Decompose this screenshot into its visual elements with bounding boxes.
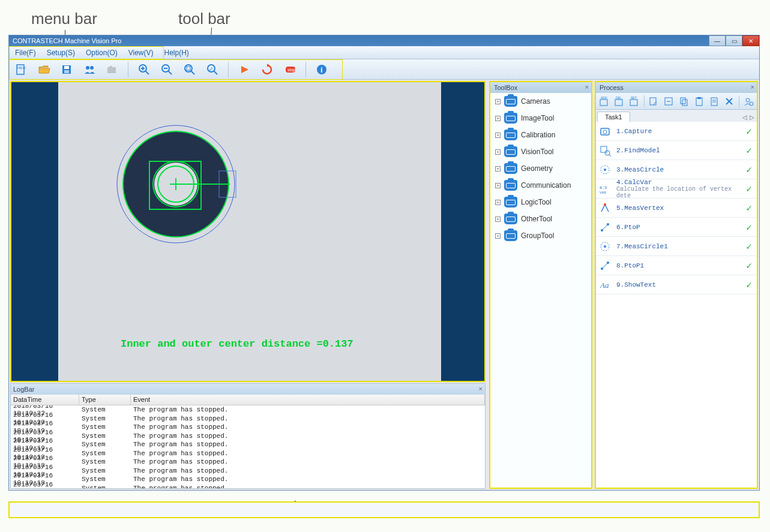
process-step-6[interactable]: 6.PtoP✓ (596, 218, 757, 237)
process-clipboard-icon[interactable] (708, 95, 720, 108)
process-close-icon[interactable]: × (751, 83, 754, 91)
expand-icon[interactable]: + (495, 233, 501, 239)
zoom-out-icon[interactable] (158, 62, 175, 77)
toolbox-item-geometry[interactable]: +Geometry (490, 160, 591, 177)
info-icon[interactable]: i (313, 62, 330, 77)
process-set-icon[interactable]: SET (628, 95, 640, 108)
log-row[interactable]: 2018/03/16 10:10:19SystemThe program has… (11, 432, 485, 441)
display-panel[interactable]: Inner and outer center distance =0.137 (10, 81, 486, 382)
log-col-type[interactable]: Type (79, 395, 131, 405)
log-row[interactable]: 2018/03/16 10:10:18SystemThe program has… (11, 449, 485, 458)
toolbox-item-cameras[interactable]: +Cameras (490, 93, 591, 110)
expand-icon[interactable]: + (495, 200, 501, 205)
window-minimize-button[interactable]: — (709, 35, 726, 46)
new-icon[interactable]: NEW (13, 62, 29, 77)
process-step-2[interactable]: 2.FindModel✓ (596, 141, 757, 160)
svg-text:NEW: NEW (17, 66, 26, 70)
log-col-event[interactable]: Event (131, 395, 485, 405)
loop-icon[interactable] (259, 62, 275, 77)
process-step-5[interactable]: 5.MeasVertex✓ (596, 199, 757, 218)
toolbox-item-label: Calibration (521, 131, 555, 139)
window-close-button[interactable]: ✕ (742, 35, 759, 46)
process-paste-icon[interactable] (693, 95, 705, 108)
capture-icon (598, 125, 612, 138)
toolbox-item-communication[interactable]: +Communication (490, 177, 591, 194)
window-maximize-button[interactable]: ▭ (726, 35, 742, 46)
process-tab-task1[interactable]: Task1 (597, 112, 630, 122)
logbar-close-icon[interactable]: × (479, 385, 483, 392)
menu-option[interactable]: Option(O) (82, 47, 121, 58)
expand-icon[interactable]: + (495, 116, 501, 121)
toolbox-item-imagetool[interactable]: +ImageTool (490, 110, 591, 127)
toolbox-panel: ToolBox × +Cameras+ImageTool+Calibration… (489, 81, 592, 489)
camera-icon[interactable] (104, 62, 121, 77)
tool-icon (504, 96, 517, 107)
users-icon[interactable] (81, 62, 98, 77)
menu-setup[interactable]: Setup(S) (43, 47, 79, 58)
log-row[interactable]: 2018/03/16 10:10:22SystemThe program has… (11, 405, 485, 414)
process-edit-icon[interactable] (663, 95, 675, 108)
process-delete-icon[interactable] (724, 95, 735, 108)
log-row[interactable]: 2018/03/16 10:10:19SystemThe program has… (11, 440, 485, 449)
process-finduser-icon[interactable] (743, 95, 754, 108)
process-copy-icon[interactable] (678, 95, 690, 108)
expand-icon[interactable]: + (495, 217, 501, 222)
toolbox-item-grouptool[interactable]: +GroupTool (490, 227, 591, 244)
svg-point-5 (86, 66, 89, 70)
zoom-area-icon[interactable] (181, 62, 198, 77)
toolbox-close-icon[interactable]: × (585, 83, 589, 91)
tool-icon (504, 130, 517, 140)
process-add-icon[interactable]: ADD (598, 95, 610, 108)
process-step-1[interactable]: 1.Capture✓ (596, 122, 757, 141)
log-bar: LogBar × DataTime Type Event 2018/03/16 … (10, 383, 486, 489)
process-tab-prev-icon[interactable]: ◁ (742, 114, 747, 121)
process-tab-next-icon[interactable]: ▷ (750, 114, 754, 121)
toolbox-item-othertool[interactable]: +OtherTool (490, 211, 591, 227)
zoom-fit-icon[interactable]: ⤢ (204, 62, 221, 77)
process-step-4[interactable]: a:bVAR4.CalcVarCalculate the location of… (596, 179, 757, 199)
log-row[interactable]: 2018/03/16 10:10:19SystemThe program has… (11, 423, 485, 432)
log-row[interactable]: 2018/03/16 10:10:18SystemThe program has… (11, 475, 485, 484)
expand-icon[interactable]: + (495, 166, 501, 172)
menu-view[interactable]: View(V) (125, 47, 157, 58)
process-step-9[interactable]: Aa9.ShowText✓ (596, 275, 757, 294)
stop-icon[interactable]: stop (281, 62, 298, 77)
expand-icon[interactable]: + (495, 133, 501, 138)
svg-rect-18 (187, 67, 190, 70)
toolbox-item-label: Geometry (521, 164, 553, 173)
svg-text:SET: SET (631, 96, 637, 100)
log-col-datetime[interactable]: DataTime (11, 395, 79, 405)
log-row[interactable]: 2018/03/16 10:10:18SystemThe program has… (11, 458, 485, 467)
toolbox-item-visiontool[interactable]: +VisionTool (490, 143, 591, 160)
check-icon: ✓ (746, 279, 752, 291)
process-step-8[interactable]: 8.PtoP1✓ (596, 256, 757, 275)
status-bar (8, 501, 760, 518)
measvertex-icon (598, 202, 612, 215)
process-editnode-icon[interactable] (648, 95, 660, 108)
zoom-in-icon[interactable] (136, 62, 152, 77)
toolbox-item-calibration[interactable]: +Calibration (490, 127, 591, 143)
toolbox-item-logictool[interactable]: +LogicTool (490, 194, 591, 211)
save-icon[interactable] (58, 62, 75, 77)
findmodel-icon (598, 144, 612, 157)
open-icon[interactable] (35, 62, 52, 77)
expand-icon[interactable]: + (495, 99, 501, 104)
log-row[interactable]: 2018/03/16 10:10:07SystemThe program has… (11, 484, 485, 489)
run-icon[interactable] (236, 62, 253, 77)
toolbox-title: ToolBox (494, 84, 517, 91)
process-step-7[interactable]: 7.MeasCircle1✓ (596, 237, 757, 256)
annotation-menu-bar: menu bar (31, 10, 97, 28)
svg-text:VAR: VAR (600, 191, 606, 195)
check-icon: ✓ (746, 164, 752, 176)
expand-icon[interactable]: + (495, 183, 501, 188)
menu-help[interactable]: Help(H) (161, 47, 193, 58)
process-del-icon[interactable]: DEL (613, 95, 625, 108)
expand-icon[interactable]: + (495, 149, 501, 155)
svg-point-55 (746, 98, 750, 102)
menu-file[interactable]: File(F) (11, 47, 40, 58)
log-row[interactable]: 2018/03/16 10:10:18SystemThe program has… (11, 467, 485, 476)
process-step-3[interactable]: 3.MeasCircle✓ (596, 160, 757, 179)
process-step-label: 8.PtoP1 (616, 262, 741, 269)
log-row[interactable]: 2018/03/16 10:10:20SystemThe program has… (11, 414, 485, 423)
svg-point-6 (90, 66, 94, 70)
